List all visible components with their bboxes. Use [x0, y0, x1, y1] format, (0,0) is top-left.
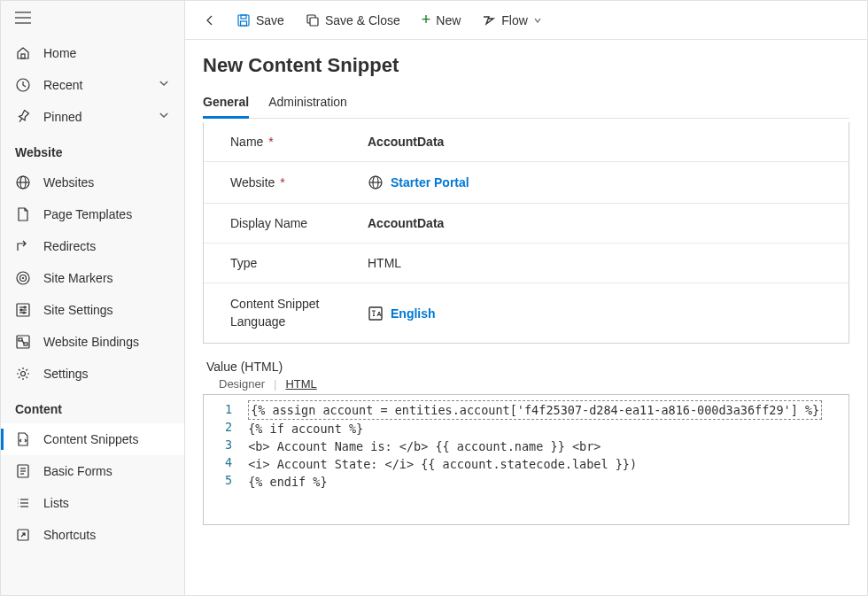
- svg-point-21: [21, 372, 26, 376]
- svg-rect-35: [241, 21, 247, 26]
- name-value: AccountData: [368, 135, 444, 149]
- svg-rect-3: [21, 54, 25, 58]
- nav-label: Pinned: [43, 110, 145, 124]
- type-value: HTML: [368, 256, 401, 270]
- nav-label: Lists: [43, 496, 170, 510]
- sidebar-item-basic-forms[interactable]: Basic Forms: [1, 455, 184, 487]
- bindings-icon: [15, 334, 31, 350]
- language-icon: [368, 306, 384, 321]
- language-value: English: [391, 306, 436, 321]
- svg-rect-34: [241, 15, 246, 19]
- value-label: Value (HTML): [203, 360, 849, 374]
- snippet-icon: [15, 431, 31, 447]
- required-marker: *: [268, 135, 273, 149]
- sidebar-item-settings[interactable]: Settings: [1, 358, 184, 390]
- sidebar-section-header: Content: [1, 390, 184, 423]
- tab-administration[interactable]: Administration: [268, 89, 347, 118]
- shortcut-icon: [15, 527, 31, 543]
- flow-label: Flow: [501, 13, 528, 27]
- sidebar-item-redirects[interactable]: Redirects: [1, 230, 184, 262]
- flow-button[interactable]: Flow: [473, 8, 551, 33]
- field-type[interactable]: Type HTML: [204, 244, 849, 283]
- sidebar-item-home[interactable]: Home: [1, 37, 184, 69]
- content-area: New Content Snippet GeneralAdministratio…: [185, 40, 867, 595]
- new-button[interactable]: + New: [413, 5, 470, 35]
- nav-label: Content Snippets: [43, 432, 170, 446]
- nav-label: Website Bindings: [43, 335, 170, 349]
- sidebar-item-recent[interactable]: Recent: [1, 69, 184, 101]
- svg-point-10: [23, 278, 24, 279]
- required-marker: *: [280, 175, 284, 190]
- sidebar-item-pinned[interactable]: Pinned: [1, 101, 184, 133]
- field-display-name[interactable]: Display Name AccountData: [204, 204, 849, 244]
- sidebar-section-header: Website: [1, 133, 184, 166]
- field-website[interactable]: Website* Starter Portal: [204, 162, 849, 204]
- svg-point-15: [24, 306, 26, 308]
- nav-label: Recent: [43, 78, 145, 92]
- save-close-button[interactable]: Save & Close: [297, 8, 409, 33]
- form-tabs: GeneralAdministration: [203, 89, 849, 119]
- sidebar-item-site-markers[interactable]: Site Markers: [1, 262, 184, 294]
- gear-icon: [15, 366, 31, 382]
- nav-label: Settings: [43, 367, 170, 381]
- globe-icon: [368, 174, 384, 190]
- sidebar-item-shortcuts[interactable]: Shortcuts: [1, 519, 184, 551]
- sliders-icon: [15, 302, 31, 318]
- svg-rect-19: [19, 338, 22, 341]
- globe-icon: [15, 174, 31, 190]
- sidebar-item-content-snippets[interactable]: Content Snippets: [1, 423, 184, 455]
- sidebar-item-lists[interactable]: Lists: [1, 487, 184, 519]
- command-bar: Save Save & Close + New Flow: [185, 1, 867, 40]
- editor-tab-html[interactable]: HTML: [285, 377, 316, 391]
- sidebar-item-website-bindings[interactable]: Website Bindings: [1, 326, 184, 358]
- form-section: Name* AccountData Website* Starter Porta…: [203, 122, 849, 344]
- save-close-label: Save & Close: [325, 13, 400, 27]
- clock-icon: [15, 77, 31, 93]
- nav-label: Site Settings: [43, 303, 170, 317]
- svg-rect-33: [238, 15, 249, 26]
- nav-label: Redirects: [43, 239, 170, 253]
- nav-label: Basic Forms: [43, 464, 170, 478]
- svg-rect-37: [310, 18, 318, 26]
- sidebar-item-site-settings[interactable]: Site Settings: [1, 294, 184, 326]
- html-editor[interactable]: 12345 {% assign account = entities.accou…: [203, 394, 849, 525]
- sidebar-item-page-templates[interactable]: Page Templates: [1, 198, 184, 230]
- save-label: Save: [256, 13, 284, 27]
- field-name[interactable]: Name* AccountData: [204, 122, 849, 162]
- home-icon: [15, 45, 31, 61]
- pin-icon: [15, 109, 31, 125]
- svg-rect-20: [24, 343, 27, 345]
- value-html-section: Value (HTML) Designer|HTML 12345 {% assi…: [203, 360, 849, 525]
- plus-icon: +: [422, 11, 431, 29]
- main-content: Save Save & Close + New Flow New Content…: [185, 1, 867, 595]
- list-icon: [15, 495, 31, 511]
- editor-tab-designer[interactable]: Designer: [219, 377, 265, 391]
- editor-tabs: Designer|HTML: [203, 377, 849, 391]
- sidebar-item-websites[interactable]: Websites: [1, 166, 184, 198]
- new-label: New: [436, 13, 461, 27]
- chevron-down-icon: [158, 109, 170, 125]
- svg-point-17: [23, 312, 25, 313]
- nav-label: Page Templates: [43, 207, 170, 221]
- nav-label: Site Markers: [43, 271, 170, 285]
- field-language[interactable]: Content SnippetLanguage English: [204, 283, 849, 343]
- nav-label: Home: [43, 46, 170, 60]
- nav-label: Websites: [43, 175, 170, 190]
- line-gutter: 12345: [204, 395, 241, 524]
- sidebar: HomeRecentPinned WebsiteWebsitesPage Tem…: [1, 1, 185, 595]
- save-button[interactable]: Save: [228, 8, 293, 33]
- code-content[interactable]: {% assign account = entities.account['f4…: [241, 395, 829, 524]
- back-button[interactable]: [196, 8, 224, 33]
- display-name-value: AccountData: [368, 216, 444, 230]
- website-value: Starter Portal: [391, 175, 469, 190]
- nav-label: Shortcuts: [43, 528, 170, 542]
- form-icon: [15, 463, 31, 479]
- chevron-down-icon: [533, 13, 542, 27]
- page-icon: [15, 206, 31, 222]
- hamburger-button[interactable]: [1, 1, 184, 37]
- page-title: New Content Snippet: [203, 54, 849, 77]
- tab-general[interactable]: General: [203, 89, 249, 118]
- redirect-icon: [15, 238, 31, 254]
- chevron-down-icon: [158, 77, 170, 93]
- svg-point-16: [20, 309, 22, 311]
